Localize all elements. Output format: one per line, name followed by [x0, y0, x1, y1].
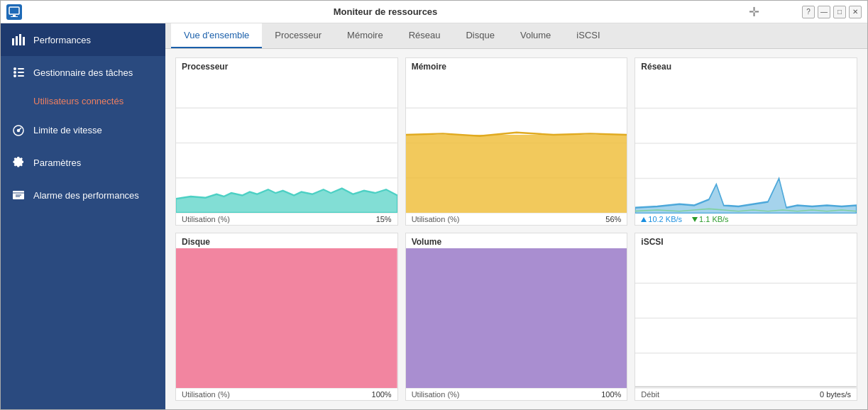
sidebar-alarm-label: Alarme des performances [33, 190, 139, 201]
chart-memory-footer-label: Utilisation (%) [412, 215, 460, 223]
chart-memory-title: Mémoire [406, 58, 627, 73]
svg-rect-1 [13, 15, 16, 16]
chart-icon [11, 32, 26, 48]
chart-iscsi-body [635, 248, 857, 388]
maximize-button[interactable]: □ [833, 6, 846, 18]
tab-iscsi[interactable]: iSCSI [564, 23, 612, 48]
tab-network[interactable]: Réseau [396, 23, 454, 48]
titlebar-left [6, 4, 22, 20]
close-button[interactable]: ✕ [849, 6, 862, 18]
sidebar-item-tasks[interactable]: Gestionnaire des tâches [1, 56, 165, 89]
window-controls: ? — □ ✕ [802, 6, 862, 18]
app-window: Moniteur de ressources ✛ ? — □ ✕ Perform… [0, 0, 868, 410]
sidebar-params-label: Paramètres [33, 157, 81, 168]
network-download: 1.1 KB/s [692, 215, 729, 223]
chart-disk-footer-label: Utilisation (%) [182, 390, 230, 399]
svg-rect-11 [18, 72, 24, 73]
gear-icon [11, 155, 26, 170]
chart-memory-footer: Utilisation (%) 56% [406, 213, 627, 225]
sidebar-tasks-label: Gestionnaire des tâches [33, 67, 133, 78]
chart-disk-title: Disque [176, 233, 397, 248]
chart-cpu-body [176, 73, 397, 213]
sidebar-item-performances[interactable]: Performances [1, 23, 165, 56]
chart-disk-body [176, 248, 397, 388]
tab-volume[interactable]: Volume [507, 23, 564, 48]
chart-cpu-footer-value: 15% [376, 215, 392, 223]
sidebar-speed-label: Limite de vitesse [33, 125, 102, 135]
tab-processor[interactable]: Processeur [262, 23, 334, 48]
svg-rect-12 [18, 75, 24, 77]
tab-memory[interactable]: Mémoire [334, 23, 396, 48]
chart-volume-title: Volume [406, 233, 627, 248]
chart-network-title: Réseau [635, 58, 857, 73]
svg-point-9 [13, 74, 16, 77]
sidebar-item-connected-users[interactable]: Utilisateurs connectés [1, 89, 165, 113]
chart-iscsi-footer-label: Débit [641, 390, 659, 399]
chart-cpu-footer-label: Utilisation (%) [182, 215, 230, 223]
chart-cpu-footer: Utilisation (%) 15% [176, 213, 397, 225]
chart-iscsi-title: iSCSI [635, 233, 857, 248]
tab-overview[interactable]: Vue d'ensemble [171, 23, 262, 48]
chart-volume: Volume Utilisation (%) 100% [405, 233, 628, 401]
svg-rect-3 [12, 38, 14, 45]
chart-iscsi: iSCSI Débit 0 bytes/s [634, 233, 857, 401]
tab-bar: Vue d'ensemble Processeur Mémoire Réseau… [165, 23, 867, 49]
svg-point-15 [18, 130, 20, 132]
sidebar-item-params[interactable]: Paramètres [1, 146, 165, 179]
speed-icon [11, 122, 26, 138]
network-upload-value: 10.2 KB/s [648, 215, 682, 223]
move-icon: ✛ [749, 4, 759, 20]
svg-rect-5 [19, 34, 21, 45]
chart-disk-footer-value: 100% [372, 390, 392, 399]
task-icon [11, 65, 26, 80]
chart-network-body [635, 73, 857, 214]
svg-rect-0 [9, 7, 19, 14]
dashboard: Processeur Utilisation (%) [165, 49, 867, 409]
network-upload: 10.2 KB/s [641, 215, 682, 223]
chart-network: Réseau 10 [634, 57, 857, 226]
svg-point-7 [13, 67, 16, 70]
app-icon [6, 4, 22, 20]
chart-disk-footer: Utilisation (%) 100% [176, 388, 397, 400]
svg-rect-2 [11, 16, 18, 17]
svg-rect-6 [23, 37, 25, 45]
sidebar-item-alarm[interactable]: Alarme des performances [1, 179, 165, 211]
network-download-value: 1.1 KB/s [699, 215, 729, 223]
titlebar: Moniteur de ressources ✛ ? — □ ✕ [1, 1, 867, 23]
svg-point-8 [13, 71, 16, 74]
window-title: Moniteur de ressources [22, 6, 749, 17]
chart-iscsi-footer: Débit 0 bytes/s [635, 388, 857, 400]
chart-volume-footer-value: 100% [601, 390, 621, 399]
content-area: Vue d'ensemble Processeur Mémoire Réseau… [165, 23, 867, 409]
download-arrow-icon [692, 217, 698, 222]
chart-memory: Mémoire Utilisation (%) [405, 57, 628, 226]
chart-cpu: Processeur Utilisation (%) [175, 57, 398, 226]
svg-rect-26 [406, 135, 627, 213]
chart-network-footer: 10.2 KB/s 1.1 KB/s [635, 214, 857, 225]
chart-volume-body [406, 248, 627, 388]
chart-cpu-title: Processeur [176, 58, 397, 73]
sidebar-users-label: Utilisateurs connectés [33, 96, 123, 106]
sidebar-item-speed-limit[interactable]: Limite de vitesse [1, 113, 165, 146]
chart-memory-footer-value: 56% [605, 215, 621, 223]
chart-volume-footer-label: Utilisation (%) [412, 390, 460, 399]
sidebar-performances-label: Performances [33, 35, 91, 45]
alarm-icon [11, 187, 26, 203]
sidebar: Performances Gestionnaire des tâches Uti… [1, 23, 165, 409]
svg-rect-31 [406, 248, 627, 388]
chart-volume-footer: Utilisation (%) 100% [406, 388, 627, 400]
chart-memory-body [406, 73, 627, 213]
chart-disk: Disque Utilisation (%) 100% [175, 233, 398, 401]
chart-iscsi-footer-value: 0 bytes/s [820, 390, 851, 399]
upload-arrow-icon [641, 217, 647, 222]
minimize-button[interactable]: — [818, 6, 830, 18]
svg-rect-10 [18, 68, 24, 70]
svg-rect-30 [176, 248, 397, 388]
tab-disk[interactable]: Disque [453, 23, 507, 48]
help-button[interactable]: ? [802, 6, 815, 18]
main-layout: Performances Gestionnaire des tâches Uti… [1, 23, 867, 409]
svg-rect-4 [16, 36, 18, 45]
